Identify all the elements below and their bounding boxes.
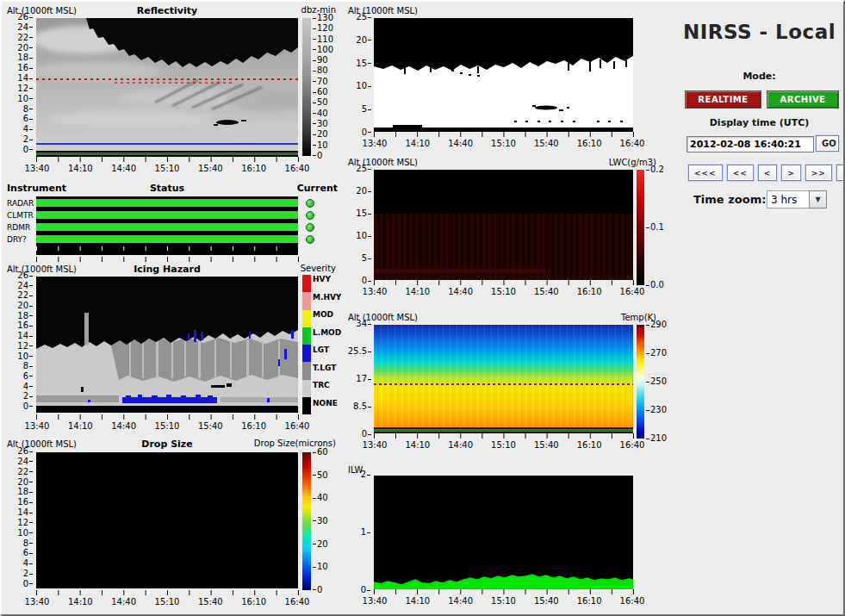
- time-zoom-label: Time zoom:: [693, 193, 766, 206]
- temp-panel: Alt (1000ft MSL) Temp(K) 3425.5178.50 29…: [341, 310, 658, 458]
- current-status-led: [306, 235, 314, 244]
- status-rows: RADAR CLMTR RDMR DRY?: [3, 197, 339, 246]
- status-row: CLMTR: [3, 209, 339, 221]
- ceiling-line: [36, 143, 298, 145]
- lwc-panel: Alt (1000ft MSL) LWC(g/m3) 2520151050 0.…: [341, 155, 658, 310]
- time-step-button[interactable]: <<: [727, 165, 754, 181]
- status-row: RDMR: [3, 221, 339, 233]
- col-status: Status: [36, 183, 298, 194]
- temp-colorbar: [637, 325, 644, 439]
- ilw-plot: [374, 476, 633, 589]
- app-title: NIRSS - Local: [658, 21, 845, 43]
- y-axis: 2520151050: [349, 13, 371, 137]
- reflectivity-panel: Alt (1000ft MSL) Reflectivity dbz-min 26…: [3, 3, 339, 177]
- time-axis-labels: 13:4014:1014:4015:1015:4016:1016:40: [361, 596, 646, 606]
- time-axis-ticks: [36, 414, 299, 420]
- time-axis-ticks: [374, 280, 634, 285]
- cloud-top-temp-line: [36, 78, 298, 80]
- time-step-button[interactable]: <: [758, 165, 778, 181]
- time-axis-labels: 13:4014:1014:4015:1015:4016:1016:40: [361, 440, 646, 450]
- ilw-series-image: [374, 476, 633, 589]
- time-step-button[interactable]: >>>: [836, 165, 845, 181]
- display-time-label: Display time (UTC): [658, 117, 845, 128]
- time-step-button[interactable]: >: [781, 165, 801, 181]
- icing-hazard-image: [36, 277, 298, 406]
- time-axis-labels: 13:4014:1014:4015:1015:4016:1016:40: [23, 421, 311, 431]
- nirss-window: Alt (1000ft MSL) Reflectivity dbz-min 26…: [0, 0, 845, 616]
- drop-size-plot: [36, 452, 298, 588]
- control-sidebar: NIRSS - Local Mode: REALTIME ARCHIVE Dis…: [658, 2, 845, 616]
- dropdown-arrow-icon[interactable]: ▼: [809, 190, 827, 208]
- icing-hazard-plot: [36, 277, 298, 406]
- temp-streak-texture: [374, 325, 633, 433]
- status-tick-band: [36, 246, 298, 255]
- surface-strip: [36, 149, 298, 157]
- y-axis: 2520151050: [349, 165, 371, 285]
- y-axis: 26242220181614121086420: [9, 271, 33, 411]
- severity-colorbar: [302, 275, 311, 414]
- y-axis: 3425.5178.50: [346, 320, 371, 439]
- time-axis-ticks: [36, 157, 299, 162]
- time-axis-ticks: [374, 589, 634, 594]
- instrument-status-panel: Instrument Status Current RADAR CLMTR RD…: [3, 179, 339, 262]
- cloud-boundary-plot: [374, 18, 633, 132]
- time-zoom-value[interactable]: 3 hrs: [767, 190, 809, 208]
- current-status-led: [306, 199, 314, 208]
- instrument-name: DRY?: [7, 235, 27, 244]
- time-step-buttons: <<<<<<>>>>>>: [688, 165, 845, 181]
- status-bar: [36, 211, 298, 219]
- drop-size-colorbar: [302, 452, 311, 590]
- col-current: Current: [297, 183, 338, 194]
- status-row: DRY?: [3, 233, 339, 246]
- panel-title: Reflectivity: [36, 5, 298, 16]
- time-zoom-select[interactable]: 3 hrs ▼: [767, 190, 827, 208]
- severity-labels: HVYM.HVYMODL.MODLGTT.LGTTRCNONE: [313, 275, 339, 408]
- status-row: RADAR: [3, 197, 339, 209]
- current-status-led: [306, 211, 314, 220]
- time-axis-ticks: [374, 433, 634, 439]
- time-axis-labels: 13:4014:1014:4015:1015:4016:1016:40: [361, 287, 646, 296]
- drop-size-panel: Alt (1000ft MSL) Drop Size Drop Size(mic…: [3, 437, 339, 616]
- time-axis-labels: 13:4014:1014:4015:1015:4016:1016:40: [361, 139, 646, 148]
- current-status-led: [306, 223, 314, 232]
- time-step-button[interactable]: >>: [805, 165, 832, 181]
- go-button[interactable]: GO: [816, 135, 839, 152]
- reflectivity-clouds-image: [36, 18, 298, 149]
- instrument-name: RADAR: [7, 199, 34, 208]
- ilw-panel: ILW 210 13:4014:1014:4015:1015:4016:1016…: [341, 460, 658, 616]
- lwc-colorbar: [637, 170, 644, 285]
- below-ground-strip: [36, 406, 298, 413]
- lwc-low-level-strip: [374, 269, 545, 273]
- y-axis: 210: [355, 470, 370, 594]
- cloud-boundary-panel: Alt (1000ft MSL) 2520151050: [341, 3, 658, 153]
- mode-label: Mode:: [658, 71, 845, 82]
- lwc-plot: [374, 170, 633, 280]
- cloud-top-temp-line-scatter: [115, 82, 233, 84]
- instrument-name: CLMTR: [7, 211, 34, 220]
- archive-button[interactable]: ARCHIVE: [767, 90, 839, 109]
- status-bar: [36, 235, 298, 243]
- dbz-colorbar: [302, 18, 311, 156]
- time-step-button[interactable]: <<<: [688, 165, 723, 181]
- icing-hazard-panel: Alt (1000ft MSL) Icing Hazard Severity 2…: [3, 262, 339, 436]
- time-axis-ticks: [36, 590, 299, 595]
- cloud-boundary-image: [374, 18, 633, 132]
- temp-plot: [374, 325, 633, 433]
- time-axis-labels: 13:4014:1014:4015:1015:4016:1016:40: [23, 164, 311, 173]
- y-axis: 26242220181614121086420: [9, 447, 33, 588]
- reflectivity-plot: [36, 18, 298, 149]
- drop-size-colorbar-labels: 6050403020100: [313, 448, 337, 594]
- status-bar: [36, 223, 298, 231]
- status-bar: [36, 199, 298, 207]
- display-time-input[interactable]: [687, 136, 814, 152]
- time-axis-labels: 13:4014:1014:4015:1015:4016:1016:40: [23, 597, 311, 607]
- y-axis: 26242220181614121086420: [9, 13, 33, 154]
- time-axis-ticks: [374, 132, 634, 137]
- colorbar-title: Severity: [301, 264, 336, 273]
- dbz-colorbar-labels: 1301201101009080706050403020100: [313, 14, 337, 160]
- panel-title: Icing Hazard: [36, 264, 298, 275]
- realtime-button[interactable]: REALTIME: [685, 90, 761, 109]
- freezing-level-dotted-line: [374, 383, 633, 385]
- instrument-name: RDMR: [7, 223, 30, 232]
